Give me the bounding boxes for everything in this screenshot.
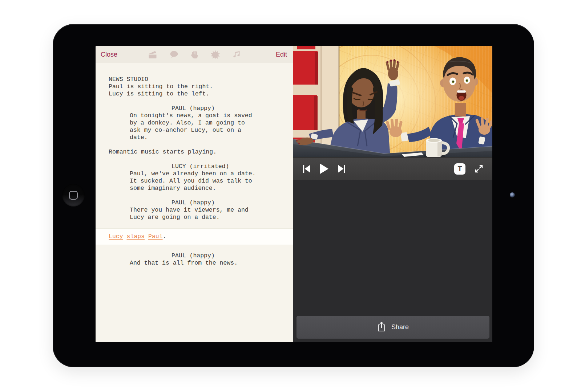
skip-forward-icon[interactable] [338, 164, 346, 173]
dialogue-line: some imaginary audience. [109, 185, 286, 192]
action-line: NEWS STUDIO [109, 76, 286, 83]
highlighted-action-line[interactable]: Lucy slaps Paul. [96, 228, 293, 245]
dialogue-line: And that is all from the news. [109, 260, 286, 267]
preview-panel: T [293, 46, 492, 342]
app-screen: Close [96, 46, 492, 342]
dialogue-character: PAUL (happy) [109, 252, 286, 260]
script-panel: Close [96, 46, 293, 342]
action-block: Romantic music starts playing. [109, 148, 286, 156]
dialogue-character: LUCY (irritated) [109, 163, 286, 170]
dialogue-block: PAUL (happy)And that is all from the new… [109, 252, 286, 267]
action-text [123, 233, 127, 240]
playback-controls: T [293, 157, 492, 180]
script-toolbar: Close [96, 46, 293, 63]
text-overlay-button[interactable]: T [454, 163, 465, 175]
hand-icon[interactable] [190, 50, 198, 59]
share-icon [377, 322, 386, 333]
dialogue-line: Lucy are going on a date. [109, 214, 286, 221]
dialogue-line: Paul, we've already been on a date. [109, 170, 286, 177]
video-preview [293, 46, 492, 157]
action-line: Paul is sitting to the right. [109, 83, 286, 90]
skip-back-icon[interactable] [302, 164, 310, 173]
action-word-link[interactable]: Paul [148, 233, 163, 240]
dialogue-character: PAUL (happy) [109, 105, 286, 112]
dialogue-line: by a donkey. Also, I am going to [109, 119, 286, 127]
front-camera [510, 192, 515, 197]
action-line: Lucy is sitting to the left. [109, 90, 286, 98]
script-body: NEWS STUDIOPaul is sitting to the right.… [96, 63, 293, 274]
play-icon[interactable] [320, 164, 328, 174]
dialogue-block: PAUL (happy)On tonight's news, a goat is… [109, 105, 286, 141]
action-word-link[interactable]: slaps [127, 233, 145, 240]
action-block: NEWS STUDIOPaul is sitting to the right.… [109, 76, 286, 98]
dialogue-line: On tonight's news, a goat is saved [109, 112, 286, 119]
dialogue-line: There you have it viewers, me and [109, 207, 286, 214]
share-button[interactable]: Share [296, 316, 489, 339]
dialogue-block: PAUL (happy)There you have it viewers, m… [109, 199, 286, 221]
news-studio-scene [293, 46, 492, 157]
speech-bubble-icon[interactable] [169, 50, 178, 59]
fullscreen-expand-icon[interactable] [474, 164, 484, 173]
home-button-square-icon [69, 191, 78, 200]
action-line: Romantic music starts playing. [109, 148, 286, 156]
clapperboard-icon[interactable] [148, 50, 157, 59]
music-note-icon[interactable] [232, 50, 241, 59]
edit-button[interactable]: Edit [276, 46, 287, 63]
action-word-link[interactable]: Lucy [109, 233, 123, 240]
action-text [145, 233, 148, 240]
share-label: Share [391, 323, 409, 331]
home-button[interactable] [62, 184, 85, 207]
dialogue-line: ask my co-anchor Lucy, out on a [109, 127, 286, 134]
close-button[interactable]: Close [101, 46, 117, 63]
page-background: Close [0, 0, 585, 392]
starburst-icon[interactable] [210, 50, 220, 59]
dialogue-line: It sucked. All you did was talk to [109, 177, 286, 185]
dialogue-character: PAUL (happy) [109, 199, 286, 207]
action-text: . [163, 233, 166, 240]
dialogue-block: LUCY (irritated)Paul, we've already been… [109, 163, 286, 192]
dialogue-line: date. [109, 134, 286, 141]
ipad-device-frame: Close [53, 24, 534, 367]
insert-toolbar-icons [148, 46, 241, 63]
